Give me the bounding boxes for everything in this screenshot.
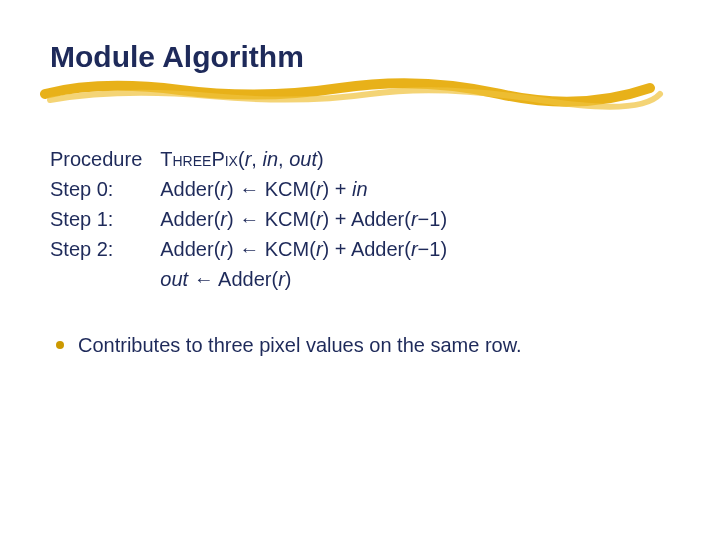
sep2: , (278, 148, 289, 170)
text: ) (285, 268, 292, 290)
step-expr: Adder(r) ← KCM(r) + Adder(r−1) (160, 204, 447, 234)
text: ) (227, 208, 239, 230)
var: in (352, 178, 368, 200)
var-r: r (220, 238, 227, 260)
var-r: r (278, 268, 285, 290)
step-label: Step 0: (50, 174, 160, 204)
procedure-block: Procedure ThreePix(r, in, out) Step 0: A… (50, 144, 447, 294)
var-r: r (220, 208, 227, 230)
text: Adder( (160, 238, 220, 260)
left-arrow-icon: ← (239, 178, 259, 200)
paren-open: ( (238, 148, 245, 170)
var-r: r (316, 208, 323, 230)
final-expr: out ← Adder(r) (160, 264, 447, 294)
title-underline (50, 80, 670, 116)
final-row: out ← Adder(r) (50, 264, 447, 294)
brush-stroke-icon (40, 74, 680, 114)
text: ) + Adder( (323, 208, 411, 230)
left-arrow-icon: ← (188, 268, 218, 290)
bullet-text: Contributes to three pixel values on the… (78, 330, 522, 360)
step-row: Step 0: Adder(r) ← KCM(r) + in (50, 174, 447, 204)
text: Adder( (160, 208, 220, 230)
procedure-header-row: Procedure ThreePix(r, in, out) (50, 144, 447, 174)
var: r (411, 238, 418, 260)
text: KCM( (259, 238, 316, 260)
var: r (411, 208, 418, 230)
left-arrow-icon: ← (239, 208, 259, 230)
text: ) (227, 178, 239, 200)
step-label: Step 1: (50, 204, 160, 234)
procedure-signature: ThreePix(r, in, out) (160, 144, 447, 174)
text: KCM( (259, 178, 316, 200)
text: ) + (323, 178, 352, 200)
empty-cell (50, 264, 160, 294)
paren-close: ) (317, 148, 324, 170)
step-expr: Adder(r) ← KCM(r) + Adder(r−1) (160, 234, 447, 264)
step-row: Step 2: Adder(r) ← KCM(r) + Adder(r−1) (50, 234, 447, 264)
procedure-label: Procedure (50, 144, 160, 174)
sep1: , (251, 148, 262, 170)
var-r: r (316, 178, 323, 200)
text: ) + Adder( (323, 238, 411, 260)
step-row: Step 1: Adder(r) ← KCM(r) + Adder(r−1) (50, 204, 447, 234)
text: KCM( (259, 208, 316, 230)
slide-title: Module Algorithm (50, 40, 670, 74)
procedure-name: ThreePix (160, 148, 238, 170)
slide: Module Algorithm Procedure ThreePix(r, i… (0, 0, 720, 540)
text: −1) (418, 238, 447, 260)
var-r: r (316, 238, 323, 260)
bullet-dot-icon (56, 341, 64, 349)
arg-in: in (262, 148, 278, 170)
slide-body: Procedure ThreePix(r, in, out) Step 0: A… (50, 144, 670, 360)
var-r: r (220, 178, 227, 200)
bullet-item: Contributes to three pixel values on the… (50, 330, 670, 360)
left-arrow-icon: ← (239, 238, 259, 260)
step-label: Step 2: (50, 234, 160, 264)
step-expr: Adder(r) ← KCM(r) + in (160, 174, 447, 204)
text: ) (227, 238, 239, 260)
arg-out: out (289, 148, 317, 170)
var-out: out (160, 268, 188, 290)
text: −1) (418, 208, 447, 230)
text: Adder( (160, 178, 220, 200)
text: Adder( (218, 268, 278, 290)
